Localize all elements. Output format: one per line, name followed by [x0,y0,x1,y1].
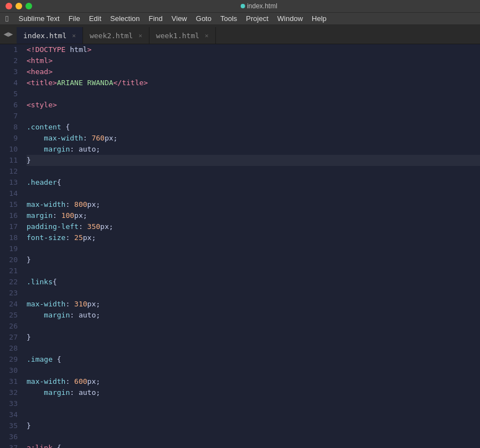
close-button[interactable] [6,3,12,9]
tab-week2-html[interactable]: week2.html ✕ [83,27,149,44]
code-line-13: .header{ [27,177,480,188]
tab-index-html[interactable]: index.html ✕ [17,27,83,44]
code-line-20: } [27,254,480,265]
code-line-21 [27,265,480,277]
tab-label: week1.html [156,32,199,40]
menu-file[interactable]: File [64,13,85,24]
title-dot [240,4,245,8]
code-line-24: max-width: 310px; [27,299,480,310]
menu-sublime-text[interactable]: Sublime Text [14,13,64,24]
code-line-32: margin: auto; [27,387,480,398]
menu-tools[interactable]: Tools [216,13,241,24]
code-line-3: <head> [27,66,480,77]
apple-menu-icon[interactable]:  [0,14,14,23]
code-line-18: font-size: 25px; [27,232,480,243]
code-line-11: } [27,155,480,166]
code-line-10: margin: auto; [27,144,480,155]
window-title: index.html [247,2,277,10]
code-line-5 [27,88,480,100]
code-line-4: <title>ARIANE RWANDA</title> [27,77,480,88]
tab-close-week1[interactable]: ✕ [205,32,209,39]
menu-view[interactable]: View [167,13,192,24]
traffic-lights [0,3,38,9]
menu-window[interactable]: Window [273,13,307,24]
code-line-6: <style> [27,100,480,111]
tab-close-index[interactable]: ✕ [72,32,76,39]
code-line-26 [27,321,480,332]
code-line-7 [27,111,480,122]
tab-label: index.html [23,32,66,40]
tab-label: week2.html [90,32,133,40]
menu-find[interactable]: Find [144,13,167,24]
tab-bar: ◀▶ index.html ✕ week2.html ✕ week1.html … [0,24,480,44]
menu-selection[interactable]: Selection [106,13,144,24]
code-line-36 [27,431,480,442]
code-line-25: margin: auto; [27,310,480,321]
code-line-30 [27,365,480,376]
code-line-35: } [27,420,480,431]
code-line-9: max-width: 760px; [27,133,480,144]
menu-project[interactable]: Project [241,13,272,24]
code-line-2: <html> [27,55,480,66]
line-numbers: 1 2 3 4 5 6 7 8 9 10 11 12 13 14 15 16 1… [0,44,22,448]
menu-help[interactable]: Help [307,13,331,24]
code-line-27: } [27,332,480,343]
tab-week1-html[interactable]: week1.html ✕ [149,27,216,44]
code-line-15: max-width: 800px; [27,199,480,210]
tab-nav-back[interactable]: ◀▶ [0,24,17,44]
code-line-1: <!DOCTYPE html> [27,44,480,55]
code-line-19 [27,243,480,254]
editor: 1 2 3 4 5 6 7 8 9 10 11 12 13 14 15 16 1… [0,44,480,448]
code-line-12 [27,166,480,177]
menu-goto[interactable]: Goto [192,13,216,24]
code-line-17: padding-left: 350px; [27,221,480,232]
tab-close-week2[interactable]: ✕ [138,32,142,39]
code-line-31: max-width: 600px; [27,376,480,387]
code-line-8: .content { [27,122,480,133]
code-line-16: margin: 100px; [27,210,480,221]
minimize-button[interactable] [16,3,22,9]
code-line-22: .links{ [27,277,480,288]
code-line-34 [27,409,480,420]
code-line-37: a:link { [27,442,480,448]
code-content[interactable]: <!DOCTYPE html> <html> <head> <title>ARI… [22,44,480,448]
code-line-29: .image { [27,354,480,365]
maximize-button[interactable] [25,3,32,9]
code-line-23 [27,288,480,299]
menu-edit[interactable]: Edit [85,13,106,24]
code-line-33 [27,398,480,409]
code-line-28 [27,343,480,354]
code-line-14 [27,188,480,199]
